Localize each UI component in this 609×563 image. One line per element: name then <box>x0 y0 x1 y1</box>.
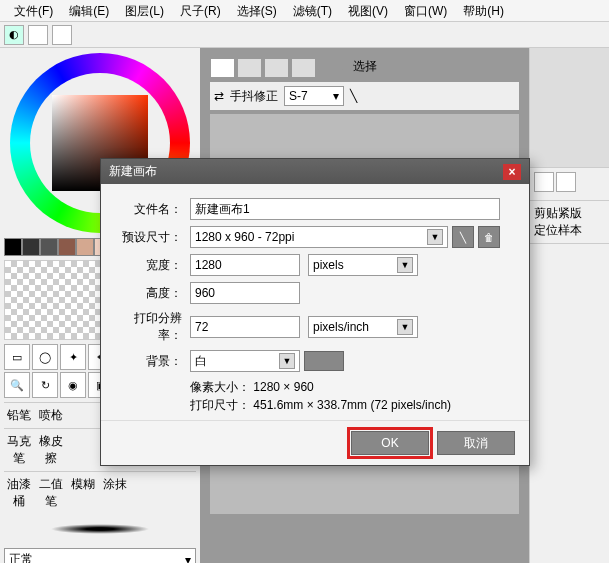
misc-section: 剪贴紧版 定位样本 <box>530 201 609 244</box>
layers-section <box>530 168 609 201</box>
tool-icon-2[interactable] <box>52 25 72 45</box>
tool-icon-1[interactable] <box>28 25 48 45</box>
tool-marker[interactable]: 马克笔 <box>4 433 34 467</box>
navigator[interactable] <box>530 48 609 168</box>
rotate-icon[interactable]: ↻ <box>32 372 58 398</box>
anti-shake-label: 手抖修正 <box>230 88 278 105</box>
swatch[interactable] <box>58 238 76 256</box>
resolution-unit-select[interactable]: pixels/inch▼ <box>308 316 418 338</box>
eyedropper-icon[interactable]: ◉ <box>60 372 86 398</box>
width-unit-select[interactable]: pixels▼ <box>308 254 418 276</box>
menu-edit[interactable]: 编辑(E) <box>61 0 117 21</box>
line-icon[interactable]: ╲ <box>350 89 357 103</box>
main-toolbar: ◐ <box>0 22 609 48</box>
swatch[interactable] <box>22 238 40 256</box>
ok-button[interactable]: OK <box>351 431 429 455</box>
color-mode-icon[interactable]: ◐ <box>4 25 24 45</box>
background-color-preview[interactable] <box>304 351 344 371</box>
pixel-size-label: 像素大小： <box>190 380 250 394</box>
height-label: 高度： <box>115 285 190 302</box>
canvas-tab[interactable] <box>264 58 289 78</box>
cancel-button[interactable]: 取消 <box>437 431 515 455</box>
swatch[interactable] <box>4 238 22 256</box>
preset-label: 预设尺寸： <box>115 229 190 246</box>
canvas-tab[interactable] <box>291 58 316 78</box>
layer-icon[interactable] <box>534 172 554 192</box>
pixel-size-value: 1280 × 960 <box>253 380 313 394</box>
tool-eraser[interactable]: 橡皮擦 <box>36 433 66 467</box>
resolution-input[interactable] <box>190 316 300 338</box>
resolution-label: 打印分辨率： <box>115 310 190 344</box>
lasso-icon[interactable]: ◯ <box>32 344 58 370</box>
select-rect-icon[interactable]: ▭ <box>4 344 30 370</box>
menu-file[interactable]: 文件(F) <box>6 0 61 21</box>
menu-ruler[interactable]: 尺子(R) <box>172 0 229 21</box>
swatch[interactable] <box>40 238 58 256</box>
brush-preview <box>4 514 196 544</box>
preset-select[interactable]: 1280 x 960 - 72ppi▼ <box>190 226 448 248</box>
canvas-tab[interactable] <box>237 58 262 78</box>
tool-spray[interactable]: 喷枪 <box>36 407 66 424</box>
print-size-label: 打印尺寸： <box>190 398 250 412</box>
close-icon[interactable]: × <box>503 164 521 180</box>
filename-input[interactable] <box>190 198 500 220</box>
width-label: 宽度： <box>115 257 190 274</box>
menu-view[interactable]: 视图(V) <box>340 0 396 21</box>
tool-pencil[interactable]: 铅笔 <box>4 407 34 424</box>
menu-filter[interactable]: 滤镜(T) <box>285 0 340 21</box>
tool-binary[interactable]: 二值笔 <box>36 476 66 510</box>
blend-mode-select[interactable]: 正常▾ <box>4 548 196 563</box>
canvas-tab-new[interactable] <box>318 58 343 78</box>
background-select[interactable]: 白▼ <box>190 350 300 372</box>
preset-edit-icon[interactable]: ╲ <box>452 226 474 248</box>
new-canvas-dialog: 新建画布 × 文件名： 预设尺寸： 1280 x 960 - 72ppi▼ ╲ … <box>100 158 530 466</box>
swatch[interactable] <box>76 238 94 256</box>
anti-shake-select[interactable]: S-7▾ <box>284 86 344 106</box>
canvas-tab[interactable] <box>210 58 235 78</box>
sample-label: 定位样本 <box>534 222 605 239</box>
menu-layer[interactable]: 图层(L) <box>117 0 172 21</box>
brush-row-3: 油漆桶 二值笔 模糊 涂抹 <box>4 471 196 510</box>
layer-icon[interactable] <box>556 172 576 192</box>
dialog-titlebar[interactable]: 新建画布 × <box>101 159 529 184</box>
menu-window[interactable]: 窗口(W) <box>396 0 455 21</box>
height-input[interactable] <box>190 282 300 304</box>
tool-scatter[interactable]: 模糊 <box>68 476 98 510</box>
select-label: 选择 <box>353 58 377 78</box>
background-label: 背景： <box>115 353 190 370</box>
menu-bar: 文件(F) 编辑(E) 图层(L) 尺子(R) 选择(S) 滤镜(T) 视图(V… <box>0 0 609 22</box>
width-input[interactable] <box>190 254 300 276</box>
tool-dodge[interactable]: 涂抹 <box>100 476 130 510</box>
clipboard-label: 剪贴紧版 <box>534 205 605 222</box>
print-size-value: 451.6mm × 338.7mm (72 pixels/inch) <box>253 398 451 412</box>
menu-select[interactable]: 选择(S) <box>229 0 285 21</box>
preset-delete-icon[interactable]: 🗑 <box>478 226 500 248</box>
arrow-left-icon[interactable]: ⇄ <box>214 89 224 103</box>
dialog-title-text: 新建画布 <box>109 163 157 180</box>
sub-toolbar: ⇄ 手抖修正 S-7▾ ╲ <box>210 82 519 110</box>
menu-help[interactable]: 帮助(H) <box>455 0 512 21</box>
wand-icon[interactable]: ✦ <box>60 344 86 370</box>
right-panel: 剪贴紧版 定位样本 <box>529 48 609 563</box>
tool-bucket[interactable]: 油漆桶 <box>4 476 34 510</box>
filename-label: 文件名： <box>115 201 190 218</box>
zoom-icon[interactable]: 🔍 <box>4 372 30 398</box>
